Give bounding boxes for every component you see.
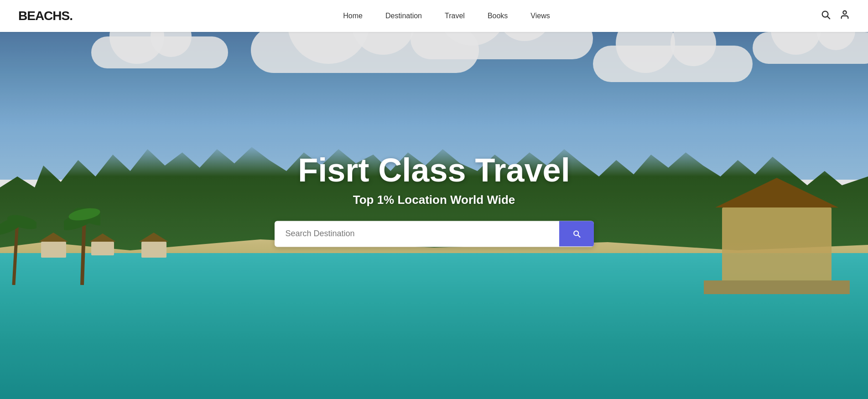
nav-item-books[interactable]: Books: [488, 12, 508, 20]
svg-line-1: [827, 16, 830, 19]
nav-link-views[interactable]: Views: [530, 12, 550, 20]
nav-link-books[interactable]: Books: [488, 12, 508, 20]
logo[interactable]: BEACHS.: [18, 9, 73, 23]
navbar: BEACHS. Home Destination Travel Books Vi…: [0, 0, 868, 32]
nav-link-destination[interactable]: Destination: [385, 12, 422, 20]
search-icon[interactable]: [821, 10, 831, 22]
search-button-icon: [572, 229, 581, 238]
nav-item-travel[interactable]: Travel: [445, 12, 465, 20]
nav-item-destination[interactable]: Destination: [385, 12, 422, 20]
nav-links: Home Destination Travel Books Views: [343, 12, 550, 20]
hero-content: Fisrt Class Travel Top 1% Location World…: [275, 152, 594, 247]
search-input[interactable]: [275, 221, 559, 247]
hero-subtitle: Top 1% Location World Wide: [275, 193, 594, 207]
nav-link-home[interactable]: Home: [343, 12, 363, 20]
search-bar: [275, 221, 594, 247]
nav-item-views[interactable]: Views: [530, 12, 550, 20]
user-icon[interactable]: [840, 10, 850, 22]
nav-link-travel[interactable]: Travel: [445, 12, 465, 20]
svg-point-2: [843, 11, 846, 14]
hero-section: Fisrt Class Travel Top 1% Location World…: [0, 0, 868, 399]
nav-item-home[interactable]: Home: [343, 12, 363, 20]
hero-title: Fisrt Class Travel: [275, 152, 594, 188]
search-button[interactable]: [559, 221, 594, 247]
navbar-icons: [821, 10, 850, 22]
